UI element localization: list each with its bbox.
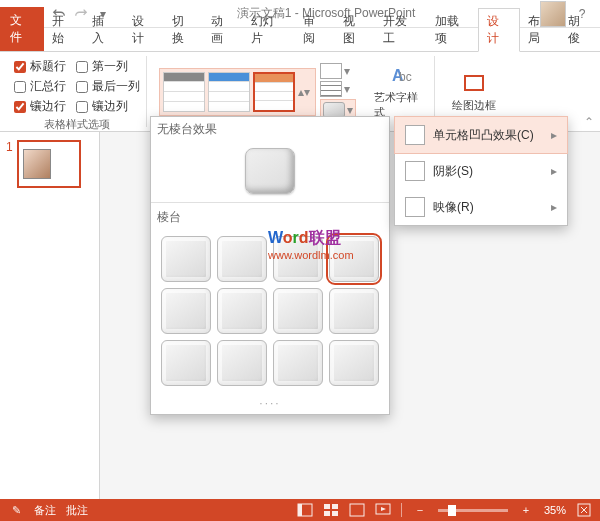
shadow-swatch-icon (405, 161, 425, 181)
tab-slideshow[interactable]: 幻灯片 (243, 9, 295, 51)
bevel-option-10[interactable] (217, 340, 267, 386)
zoom-level[interactable]: 35% (544, 504, 566, 516)
style-thumb-1[interactable] (163, 72, 205, 112)
wordart-styles-button[interactable]: Abc 艺术字样式 (374, 64, 428, 120)
tab-addins[interactable]: 加载项 (427, 9, 479, 51)
effects-menu: 单元格凹凸效果(C) ▸ 阴影(S) ▸ 映像(R) ▸ (394, 116, 568, 226)
menu-cell-bevel[interactable]: 单元格凹凸效果(C) ▸ (394, 116, 568, 154)
spellcheck-icon[interactable]: ✎ (8, 502, 24, 518)
check-last-col[interactable]: 最后一列 (76, 78, 140, 95)
bevel-option-6[interactable] (217, 288, 267, 334)
menu-shadow-label: 阴影(S) (433, 163, 473, 180)
group-label-options: 表格样式选项 (44, 117, 110, 132)
thumbnail-photo (23, 149, 51, 179)
submenu-arrow-icon: ▸ (551, 164, 557, 178)
view-normal-icon[interactable] (297, 502, 313, 518)
view-sorter-icon[interactable] (323, 502, 339, 518)
notes-button[interactable]: 备注 (34, 503, 56, 518)
bevel-option-7[interactable] (273, 288, 323, 334)
menu-shadow[interactable]: 阴影(S) ▸ (395, 153, 567, 189)
zoom-in-icon[interactable]: + (518, 502, 534, 518)
comments-button[interactable]: 批注 (66, 503, 88, 518)
gallery-header-none: 无棱台效果 (151, 117, 389, 142)
user-name[interactable]: 胡俊 (560, 9, 600, 51)
table-style-gallery[interactable]: ▴▾ (159, 68, 316, 116)
check-banded-col[interactable]: 镶边列 (76, 98, 140, 115)
svg-rect-5 (465, 76, 483, 90)
tab-insert[interactable]: 插入 (84, 9, 124, 51)
bevel-option-1[interactable] (161, 236, 211, 282)
tab-table-layout[interactable]: 布局 (520, 9, 560, 51)
slide-number: 1 (6, 140, 13, 188)
tab-transitions[interactable]: 切换 (164, 9, 204, 51)
gallery-scroll[interactable]: ▴▾ (298, 85, 312, 99)
view-slideshow-icon[interactable] (375, 502, 391, 518)
submenu-arrow-icon: ▸ (551, 200, 557, 214)
zoom-out-icon[interactable]: − (412, 502, 428, 518)
bevel-option-2[interactable] (217, 236, 267, 282)
slide-thumbnail-1[interactable] (17, 140, 81, 188)
bevel-option-11[interactable] (273, 340, 323, 386)
gallery-header-bevel: 棱台 (151, 205, 389, 230)
check-first-col[interactable]: 第一列 (76, 58, 140, 75)
draw-border-label: 绘图边框 (452, 98, 496, 113)
check-total-row[interactable]: 汇总行 (14, 78, 66, 95)
menu-reflection-label: 映像(R) (433, 199, 474, 216)
bevel-option-3[interactable] (273, 236, 323, 282)
svg-rect-12 (350, 504, 364, 516)
svg-rect-9 (332, 504, 338, 509)
menu-reflection[interactable]: 映像(R) ▸ (395, 189, 567, 225)
group-table-style-options: 标题行 第一列 汇总行 最后一列 镶边行 镶边列 表格样式选项 (8, 56, 147, 127)
style-thumb-3[interactable] (253, 72, 295, 112)
bevel-option-8[interactable] (329, 288, 379, 334)
tab-review[interactable]: 审阅 (295, 9, 335, 51)
tab-home[interactable]: 开始 (44, 9, 84, 51)
tab-developer[interactable]: 开发工 (375, 9, 427, 51)
bevel-none[interactable] (245, 148, 295, 194)
svg-rect-7 (298, 504, 302, 516)
submenu-arrow-icon: ▸ (551, 128, 557, 142)
tab-design[interactable]: 设计 (124, 9, 164, 51)
check-header-row[interactable]: 标题行 (14, 58, 66, 75)
bevel-option-12[interactable] (329, 340, 379, 386)
tab-file[interactable]: 文件 (0, 7, 44, 51)
reflection-swatch-icon (405, 197, 425, 217)
ribbon-tabs: 文件 开始 插入 设计 切换 动画 幻灯片 审阅 视图 开发工 加载项 设计 布… (0, 28, 600, 52)
shading-button[interactable]: ▾ (320, 63, 356, 79)
zoom-slider[interactable] (438, 509, 508, 512)
svg-rect-10 (324, 511, 330, 516)
check-banded-row[interactable]: 镶边行 (14, 98, 66, 115)
draw-border-button[interactable]: 绘图边框 (447, 64, 501, 120)
tab-table-design[interactable]: 设计 (478, 8, 520, 52)
view-reading-icon[interactable] (349, 502, 365, 518)
menu-cell-bevel-label: 单元格凹凸效果(C) (433, 127, 534, 144)
bevel-swatch-icon (405, 125, 425, 145)
fit-to-window-icon[interactable] (576, 502, 592, 518)
tab-animations[interactable]: 动画 (203, 9, 243, 51)
ribbon-collapse-icon[interactable]: ⌃ (584, 115, 594, 129)
style-thumb-2[interactable] (208, 72, 250, 112)
gallery-resize-grip[interactable]: ···· (151, 392, 389, 414)
slide-thumbnail-panel: 1 (0, 132, 100, 499)
svg-rect-11 (332, 511, 338, 516)
status-bar: ✎ 备注 批注 − + 35% (0, 499, 600, 521)
bevel-option-4[interactable] (329, 236, 379, 282)
svg-rect-8 (324, 504, 330, 509)
bevel-option-9[interactable] (161, 340, 211, 386)
tab-view[interactable]: 视图 (335, 9, 375, 51)
borders-button[interactable]: ▾ (320, 81, 356, 97)
bevel-option-5[interactable] (161, 288, 211, 334)
svg-text:bc: bc (399, 70, 412, 84)
bevel-gallery: 无棱台效果 棱台 ···· (150, 116, 390, 415)
